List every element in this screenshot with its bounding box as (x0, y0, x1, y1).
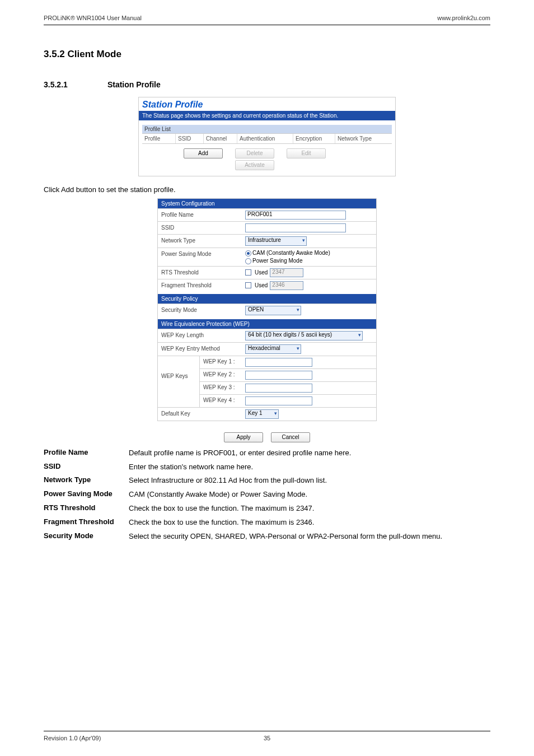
label-wep-key1: WEP Key 1 : (200, 356, 242, 368)
radio-psm[interactable] (245, 258, 251, 264)
row-wep-keys: WEP Keys WEP Key 1 : WEP Key 2 : WEP Key… (158, 356, 376, 407)
label-wep-entry: WEP Key Entry Method (158, 343, 242, 356)
row-fragment: Fragment Threshold Used 2346 (158, 279, 376, 292)
heading-station-profile: 3.5.2.1 Station Profile (44, 80, 490, 89)
desc-value: Default profile name is PROF001, or ente… (129, 448, 490, 459)
desc-label: Profile Name (44, 448, 129, 459)
activate-button[interactable]: Activate (235, 160, 274, 170)
heading-client-mode: 3.5.2 Client Mode (44, 49, 490, 60)
panel-description: The Status page shows the settings and c… (139, 111, 395, 120)
label-fragment: Fragment Threshold (158, 279, 242, 292)
edit-button[interactable]: Edit (287, 148, 326, 158)
desc-value: Check the box to use the function. The m… (129, 503, 490, 514)
label-power-saving: Power Saving Mode (158, 248, 242, 266)
footer-left: Revision 1.0 (Apr'09) (44, 735, 101, 741)
row-default-key: Default Key Key 1 (158, 407, 376, 421)
panel-title: Station Profile (139, 97, 395, 111)
row-rts: RTS Threshold Used 2347 (158, 266, 376, 279)
label-cam: CAM (Constantly Awake Mode) (252, 250, 330, 256)
desc-value: Select the security OPEN, SHARED, WPA-Pe… (129, 531, 490, 542)
security-mode-select[interactable]: OPEN (245, 306, 301, 315)
profile-list-columns: Profile SSID Channel Authentication Encr… (142, 133, 392, 144)
label-psm: Power Saving Mode (252, 258, 303, 264)
row-ssid: SSID (158, 221, 376, 234)
label-ssid: SSID (158, 222, 242, 234)
heading-text: Station Profile (107, 80, 161, 89)
header-right: www.prolink2u.com (437, 15, 490, 21)
label-rts-used: Used (255, 269, 268, 276)
rts-input[interactable]: 2347 (270, 268, 303, 277)
label-wep-key2: WEP Key 2 : (200, 369, 242, 381)
header-left: PROLiNK® WNR1004 User Manual (44, 15, 142, 21)
profile-buttons: Add Delete Activate Edit (139, 144, 395, 176)
profile-list: Profile List Profile SSID Channel Authen… (142, 125, 392, 144)
label-rts: RTS Threshold (158, 267, 242, 279)
wep-key2-input[interactable] (245, 371, 312, 380)
label-default-key: Default Key (158, 408, 242, 421)
desc-value: CAM (Constantly Awake Mode) or Power Sav… (129, 489, 490, 500)
row-security-mode: Security Mode OPEN (158, 304, 376, 317)
form-buttons: Apply Cancel (44, 427, 490, 444)
desc-label: Fragment Threshold (44, 517, 129, 528)
label-wep-keys: WEP Keys (158, 356, 200, 407)
default-key-select[interactable]: Key 1 (245, 409, 279, 419)
label-wep-key3: WEP Key 3 : (200, 382, 242, 394)
label-wep-length: WEP Key Length (158, 329, 242, 342)
label-fragment-used: Used (255, 282, 268, 288)
desc-label: SSID (44, 462, 129, 473)
page-content: 3.5.2 Client Mode 3.5.2.1 Station Profil… (0, 49, 534, 542)
instruction-text: Click Add button to set the station prof… (44, 185, 490, 194)
rts-checkbox[interactable] (245, 269, 251, 276)
wep-key3-input[interactable] (245, 384, 312, 393)
profile-list-header: Profile List (142, 125, 392, 133)
row-wep-entry: WEP Key Entry Method Hexadecimal (158, 342, 376, 356)
page-number: 35 (264, 735, 270, 741)
page-header: PROLiNK® WNR1004 User Manual www.prolink… (44, 0, 490, 25)
wep-key4-input[interactable] (245, 396, 312, 405)
desc-value: Enter the station's network name here. (129, 462, 490, 473)
col-profile: Profile (142, 134, 176, 143)
profile-name-input[interactable]: PROF001 (245, 211, 346, 220)
desc-value: Select Infrastructure or 802.11 Ad Hoc f… (129, 475, 490, 486)
label-security-mode: Security Mode (158, 304, 242, 317)
row-network-type: Network Type Infrastructure (158, 234, 376, 248)
system-config-form: System Configuration Profile Name PROF00… (157, 198, 377, 421)
section-security-policy: Security Policy (158, 294, 376, 304)
row-power-saving: Power Saving Mode CAM (Constantly Awake … (158, 248, 376, 266)
fragment-input[interactable]: 2346 (270, 281, 303, 290)
apply-button[interactable]: Apply (224, 432, 263, 442)
desc-label: Security Mode (44, 531, 129, 542)
radio-cam[interactable] (245, 250, 251, 256)
wep-length-select[interactable]: 64 bit (10 hex digits / 5 ascii keys) (245, 331, 363, 340)
station-profile-panel: Station Profile The Status page shows th… (138, 97, 396, 176)
row-wep-length: WEP Key Length 64 bit (10 hex digits / 5… (158, 329, 376, 342)
wep-key1-input[interactable] (245, 358, 312, 367)
col-ssid: SSID (176, 134, 204, 143)
wep-entry-select[interactable]: Hexadecimal (245, 344, 301, 354)
label-wep-key4: WEP Key 4 : (200, 395, 242, 407)
label-network-type: Network Type (158, 235, 242, 248)
fragment-checkbox[interactable] (245, 282, 251, 288)
heading-number: 3.5.2.1 (44, 80, 105, 89)
label-profile-name: Profile Name (158, 209, 242, 221)
col-network-type: Network Type (335, 134, 392, 143)
section-system-config: System Configuration (158, 199, 376, 208)
row-profile-name: Profile Name PROF001 (158, 208, 376, 221)
col-auth: Authentication (237, 134, 293, 143)
desc-label: Network Type (44, 475, 129, 486)
ssid-input[interactable] (245, 223, 346, 232)
desc-value: Check the box to use the function. The m… (129, 517, 490, 528)
network-type-select[interactable]: Infrastructure (245, 236, 307, 246)
col-channel: Channel (204, 134, 237, 143)
add-button[interactable]: Add (184, 148, 223, 158)
desc-label: RTS Threshold (44, 503, 129, 514)
cancel-button[interactable]: Cancel (271, 432, 310, 442)
description-list: Profile NameDefault profile name is PROF… (44, 448, 490, 542)
delete-button[interactable]: Delete (235, 148, 274, 158)
section-wep: Wire Equivalence Protection (WEP) (158, 319, 376, 329)
col-encryption: Encryption (293, 134, 335, 143)
page-footer: Revision 1.0 (Apr'09) 35 (44, 731, 490, 741)
desc-label: Power Saving Mode (44, 489, 129, 500)
